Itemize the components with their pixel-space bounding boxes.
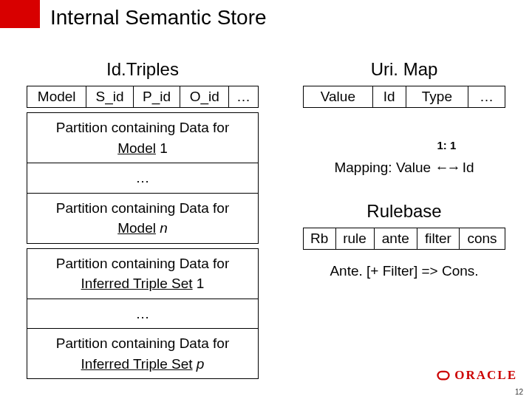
idtriples-heading: Id.Triples — [27, 59, 259, 80]
idtriples-partitions: Partition containing Data for Model 1 … … — [27, 112, 259, 244]
col-value: Value — [304, 86, 373, 108]
col-more: … — [229, 86, 259, 108]
page-title: Internal Semantic Store — [50, 6, 267, 30]
col-model: Model — [27, 86, 86, 108]
svg-rect-0 — [438, 372, 449, 380]
partition-row: Partition containing Data for Model 1 — [27, 113, 259, 163]
left-column: Id.Triples Model S_id P_id O_id … Partit… — [27, 59, 259, 379]
double-arrow-icon: 1: 1←→ — [434, 143, 458, 176]
col-type: Type — [406, 86, 468, 108]
rule-note: Ante. [+ Filter] => Cons. — [303, 263, 505, 279]
rulebase-header-row: Rb rule ante filter cons — [303, 228, 505, 250]
col-oid: O_id — [180, 86, 229, 108]
col-id: Id — [372, 86, 406, 108]
partition-row: Partition containing Data for Inferred T… — [27, 329, 259, 379]
rulebase-heading: Rulebase — [303, 201, 505, 222]
brand-text: ORACLE — [454, 368, 517, 383]
partition-ellipsis: … — [27, 163, 259, 194]
urimap-header-row: Value Id Type … — [303, 86, 505, 108]
oracle-logo-icon — [437, 369, 450, 382]
partition-ellipsis: … — [27, 299, 259, 329]
partition-row: Partition containing Data for Inferred T… — [27, 248, 259, 299]
col-rule: rule — [335, 228, 374, 250]
col-pid: P_id — [133, 86, 180, 108]
page-number: 12 — [515, 388, 523, 396]
col-ante: ante — [374, 228, 417, 250]
idtriples-header-row: Model S_id P_id O_id … — [27, 86, 259, 108]
brand-square — [0, 0, 40, 28]
mapping-note: Mapping: Value 1: 1←→ Id — [303, 143, 505, 176]
partition-row: Partition containing Data for Model n — [27, 193, 259, 243]
footer-brand: ORACLE — [437, 368, 517, 383]
col-filter: filter — [417, 228, 459, 250]
right-column: Uri. Map Value Id Type … Mapping: Value … — [303, 59, 505, 379]
urimap-heading: Uri. Map — [303, 59, 505, 80]
col-more: … — [468, 86, 505, 108]
col-rb: Rb — [304, 228, 336, 250]
inferred-partitions: Partition containing Data for Inferred T… — [27, 248, 259, 380]
content: Id.Triples Model S_id P_id O_id … Partit… — [27, 59, 505, 379]
col-sid: S_id — [86, 86, 133, 108]
col-cons: cons — [459, 228, 505, 250]
